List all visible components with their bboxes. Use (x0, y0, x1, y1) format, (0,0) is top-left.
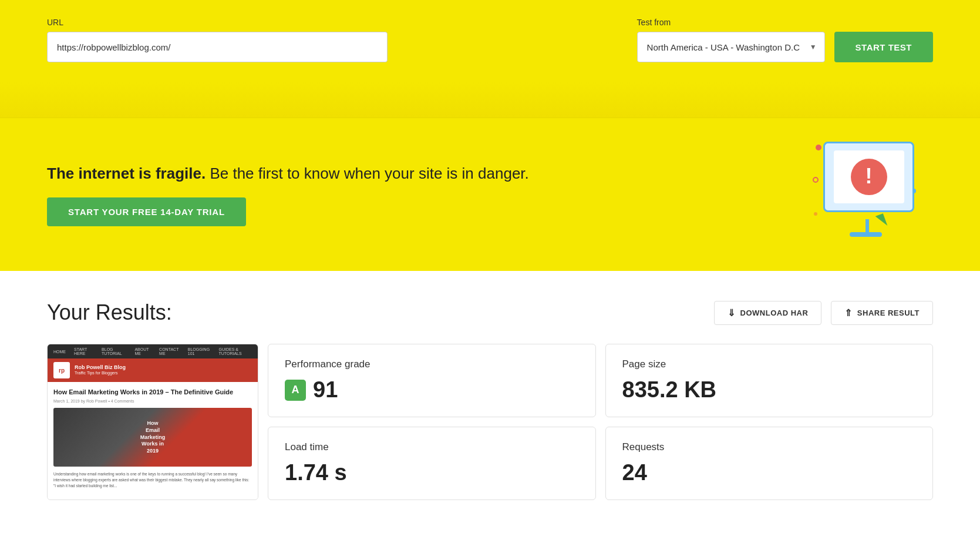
monitor-base (850, 232, 882, 237)
results-actions: ⇓ DOWNLOAD HAR ⇑ SHARE RESULT (714, 301, 933, 325)
nav-item-contact: CONTACT ME (157, 346, 182, 357)
deco-dot-1 (816, 145, 821, 150)
page-size-number: 835.2 KB (622, 377, 717, 403)
url-input[interactable] (47, 32, 388, 62)
page-size-card: Page size 835.2 KB (605, 344, 934, 417)
performance-grade-number: 91 (313, 377, 338, 403)
results-title: Your Results: (47, 300, 172, 325)
monitor-stand (866, 219, 869, 232)
nav-item-guides: GUIDES & TUTORIALS (216, 346, 254, 357)
requests-label: Requests (622, 441, 917, 453)
url-label: URL (47, 18, 628, 27)
fake-paragraph: Understanding how email marketing works … (53, 471, 252, 488)
download-har-label: DOWNLOAD HAR (740, 309, 809, 317)
header-section: URL Test from North America - USA - Wash… (0, 0, 980, 118)
nav-item-start: START HERE (72, 346, 96, 357)
banner-headline: The internet is fragile. Be the first to… (47, 163, 804, 184)
trial-button[interactable]: START YOUR FREE 14-DAY TRIAL (47, 197, 246, 226)
banner-left: The internet is fragile. Be the first to… (47, 163, 804, 226)
test-from-label: Test from (637, 18, 825, 27)
url-field-group: URL (47, 18, 628, 62)
download-har-button[interactable]: ⇓ DOWNLOAD HAR (714, 301, 821, 325)
nav-item-blogging: BLOGGING 101 (186, 346, 213, 357)
requests-card: Requests 24 (605, 427, 934, 500)
test-from-field-group: Test from North America - USA - Washingt… (637, 18, 825, 62)
test-from-select-wrapper: North America - USA - Washington D.C Eur… (637, 32, 825, 62)
performance-grade-card: Performance grade A 91 (268, 344, 596, 417)
deco-dot-5 (814, 212, 817, 216)
test-from-select[interactable]: North America - USA - Washington D.C Eur… (637, 32, 825, 62)
banner-section: The internet is fragile. Be the first to… (0, 118, 980, 271)
load-time-label: Load time (285, 441, 579, 453)
monitor-screen: ! (834, 150, 904, 203)
performance-grade-value: A 91 (285, 377, 579, 403)
share-result-label: SHARE RESULT (857, 309, 920, 317)
fake-article-date: March 1, 2019 by Rob Powell • 4 Comments (53, 399, 252, 403)
fake-tagline: Traffic Tips for Bloggers (75, 371, 126, 376)
grade-letter: A (292, 384, 299, 396)
load-time-number: 1.74 s (285, 460, 347, 485)
monitor-body: ! (823, 142, 914, 212)
deco-dot-3 (813, 177, 819, 183)
fake-nav-bar: HOME START HERE BLOG TUTORIAL ABOUT ME C… (48, 344, 258, 358)
monitor-illustration: ! (813, 142, 924, 247)
nav-item-about: ABOUT ME (132, 346, 153, 357)
performance-grade-label: Performance grade (285, 358, 579, 370)
page-size-value: 835.2 KB (622, 377, 917, 403)
load-time-card: Load time 1.74 s (268, 427, 596, 500)
exclamation-icon: ! (866, 166, 873, 187)
requests-value: 24 (622, 460, 917, 485)
banner-right: ! (804, 142, 933, 247)
nav-item-blog: BLOG TUTORIAL (99, 346, 129, 357)
fake-logo: rp (53, 362, 70, 378)
fake-site-name: Rob Powell Biz Blog Traffic Tips for Blo… (75, 364, 126, 376)
alert-circle: ! (851, 159, 887, 195)
banner-headline-bold: The internet is fragile. (47, 165, 206, 182)
download-icon: ⇓ (728, 307, 736, 319)
banner-headline-rest: Be the first to know when your site is i… (206, 165, 529, 182)
nav-item-home: HOME (51, 348, 68, 355)
fake-article-title: How Email Marketing Works in 2019 – The … (53, 388, 252, 397)
screenshot-image: HOME START HERE BLOG TUTORIAL ABOUT ME C… (48, 344, 258, 500)
results-header: Your Results: ⇓ DOWNLOAD HAR ⇑ SHARE RES… (47, 300, 933, 325)
page-size-label: Page size (622, 358, 917, 370)
results-grid: HOME START HERE BLOG TUTORIAL ABOUT ME C… (47, 344, 933, 500)
share-result-button[interactable]: ⇑ SHARE RESULT (831, 301, 933, 325)
fake-img-text: HowEmailMarketingWorks in2019 (138, 418, 168, 457)
start-test-button[interactable]: START TEST (834, 32, 933, 62)
load-time-value: 1.74 s (285, 460, 579, 485)
share-icon: ⇑ (844, 307, 853, 319)
results-section: Your Results: ⇓ DOWNLOAD HAR ⇑ SHARE RES… (0, 271, 980, 535)
cursor-icon (875, 213, 888, 228)
screenshot-card: HOME START HERE BLOG TUTORIAL ABOUT ME C… (47, 344, 258, 500)
fake-featured-image: HowEmailMarketingWorks in2019 (53, 408, 252, 467)
requests-number: 24 (622, 460, 647, 485)
grade-badge-a: A (285, 380, 306, 401)
fake-content: How Email Marketing Works in 2019 – The … (48, 382, 258, 500)
url-row: URL Test from North America - USA - Wash… (47, 18, 933, 62)
fake-logo-bar: rp Rob Powell Biz Blog Traffic Tips for … (48, 358, 258, 382)
